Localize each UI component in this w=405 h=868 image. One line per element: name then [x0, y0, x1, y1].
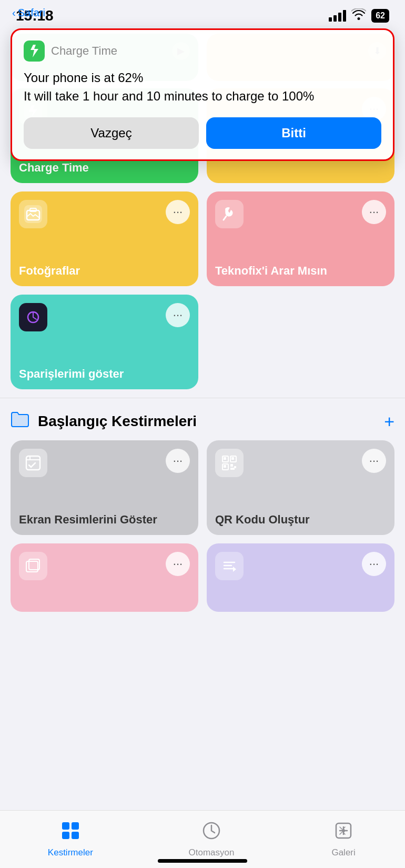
svg-rect-6: [26, 456, 40, 470]
sparisleri-icon: [19, 303, 47, 331]
shortcut-card-ekran[interactable]: ··· Ekran Resimlerini Göster: [11, 440, 198, 535]
notification-app-icon: [24, 41, 45, 62]
status-icons: 62: [329, 8, 389, 23]
ekran-more-btn[interactable]: ···: [166, 449, 190, 473]
kestirmeler-tab-label: Kestirmeler: [48, 847, 93, 858]
kargo-label: Kargomu Takip Et: [215, 161, 386, 175]
teknofix-label: Teknofix'i Arar Mısın: [215, 264, 386, 278]
battery-icon: 62: [371, 9, 389, 23]
calma-icon: [215, 552, 244, 580]
bitti-button[interactable]: Bitti: [206, 117, 381, 149]
qr-icon: [215, 449, 244, 477]
kestirmeler-tab-icon: [57, 817, 84, 844]
muzik-more-btn[interactable]: ···: [166, 552, 190, 576]
svg-rect-21: [72, 832, 79, 839]
qr-label: QR Kodu Oluştur: [215, 513, 386, 527]
svg-rect-20: [62, 832, 69, 839]
shortcut-card-qr[interactable]: ··· QR Kodu Oluştur: [207, 440, 394, 535]
section-add-button[interactable]: +: [384, 411, 394, 432]
svg-rect-19: [72, 822, 79, 830]
status-bar: 15:18 62: [0, 0, 405, 28]
muzik-icon: [19, 552, 47, 580]
fotograflar-more-btn[interactable]: ···: [166, 200, 190, 224]
notification-body: Your phone is at 62%It will take 1 hour …: [24, 69, 381, 106]
shortcut-card-calma[interactable]: ···: [207, 543, 394, 612]
shortcut-card-muzik[interactable]: ···: [11, 543, 198, 612]
ekran-icon: [19, 449, 47, 477]
tab-galeri[interactable]: Galeri: [330, 817, 357, 858]
tab-bar: Kestirmeler Otomasyon Galeri: [0, 810, 405, 868]
notification-buttons: Vazgeç Bitti: [24, 117, 381, 149]
svg-point-24: [342, 829, 345, 832]
tab-otomasyon[interactable]: Otomasyon: [189, 817, 235, 858]
shortcuts-row-2: ··· Fotoğraflar ··· Teknofix'i Arar Mısı…: [0, 191, 405, 286]
notification-app-name: Charge Time: [51, 44, 117, 58]
svg-rect-13: [230, 464, 233, 467]
shortcuts-row-3: ··· Sparişlerimi göster: [0, 295, 405, 389]
fotograflar-icon: [19, 200, 47, 228]
svg-rect-18: [62, 822, 69, 830]
shortcuts-row-5: ··· ···: [0, 543, 405, 612]
sparisleri-label: Sparişlerimi göster: [19, 367, 190, 381]
calma-more-btn[interactable]: ···: [362, 552, 386, 576]
shortcut-card-fotograflar[interactable]: ··· Fotoğraflar: [11, 191, 198, 286]
teknofix-icon: [215, 200, 244, 228]
otomasyon-tab-label: Otomasyon: [189, 847, 235, 858]
signal-icon: [329, 10, 346, 22]
svg-rect-10: [231, 457, 234, 460]
section-header: Başlangıç Kestirmeleri +: [0, 398, 405, 440]
shortcut-card-teknofix[interactable]: ··· Teknofix'i Arar Mısın: [207, 191, 394, 286]
galeri-tab-label: Galeri: [331, 847, 355, 858]
shortcut-card-sparisleri[interactable]: ··· Sparişlerimi göster: [11, 295, 198, 389]
ekran-label: Ekran Resimlerini Göster: [19, 513, 190, 527]
empty-slot: [207, 295, 394, 389]
folder-icon: [11, 411, 31, 432]
fotograflar-label: Fotoğraflar: [19, 264, 190, 278]
svg-rect-12: [224, 465, 226, 468]
home-indicator: [158, 859, 247, 863]
shortcuts-row-4: ··· Ekran Resimlerini Göster: [0, 440, 405, 535]
chevron-left-icon: ‹: [12, 7, 16, 19]
svg-rect-8: [224, 457, 226, 460]
section-title: Başlangıç Kestirmeleri: [38, 413, 197, 430]
wifi-icon: [351, 8, 366, 23]
tab-kestirmeler[interactable]: Kestirmeler: [48, 817, 93, 858]
charge-time-label: Charge Time: [19, 161, 190, 175]
sparisleri-more-btn[interactable]: ···: [166, 303, 190, 327]
galeri-tab-icon: [330, 817, 357, 844]
qr-more-btn[interactable]: ···: [362, 449, 386, 473]
section-header-left: Başlangıç Kestirmeleri: [11, 411, 197, 432]
safari-back[interactable]: ‹ Safari: [12, 7, 45, 19]
vazgec-button[interactable]: Vazgeç: [24, 117, 199, 149]
notification-header: Charge Time: [24, 41, 381, 62]
otomasyon-tab-icon: [198, 817, 225, 844]
teknofix-more-btn[interactable]: ···: [362, 200, 386, 224]
notification-popup: ‹ Safari Charge Time Your phone is at 62…: [11, 28, 394, 161]
svg-rect-15: [230, 468, 235, 470]
